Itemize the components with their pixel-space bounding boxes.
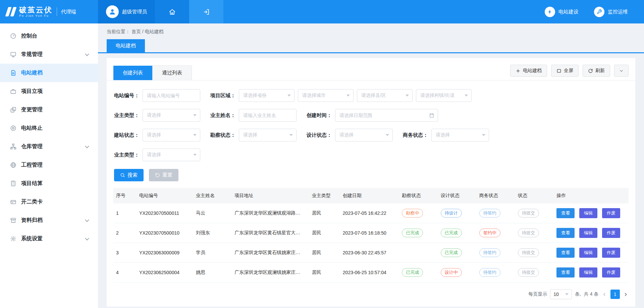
cell-business: 待签约	[477, 263, 515, 283]
owner-type-2-select[interactable]: 请选择	[143, 148, 200, 161]
edit-button[interactable]: 编辑	[579, 228, 597, 238]
unit-label: 条,	[575, 291, 581, 297]
build-status-select[interactable]: 请选择	[143, 129, 200, 141]
col-owner: 业主姓名	[193, 188, 232, 203]
fullscreen-icon	[556, 68, 561, 73]
design-status-select[interactable]: 请选择	[335, 129, 393, 141]
sidebar-item-station-archive[interactable]: 电站建档	[0, 64, 98, 82]
breadcrumb-home-link[interactable]: 首页	[131, 29, 141, 34]
date-range-picker[interactable]	[335, 109, 438, 122]
caret-down-icon	[193, 154, 197, 156]
view-button[interactable]: 查看	[556, 248, 575, 258]
portal-label: 代理端	[61, 9, 76, 15]
cell-business: 待签约	[477, 203, 515, 223]
sidebar-item-warehouse-mgmt[interactable]: 仓库管理	[0, 137, 98, 156]
void-button[interactable]: 作废	[602, 267, 620, 278]
reset-icon	[155, 173, 160, 178]
chevron-down-icon	[85, 52, 89, 56]
edit-button[interactable]: 编辑	[579, 267, 597, 278]
design-status-badge: 已完成	[441, 248, 462, 257]
page-tab-station-archive[interactable]: 电站建档	[107, 39, 145, 52]
sidebar-item-type2-card[interactable]: 开二类卡	[0, 193, 98, 211]
card-icon	[10, 199, 16, 205]
col-type: 业主类型	[309, 188, 340, 203]
cell-code: YX2023063000009	[137, 243, 193, 263]
sidebar-item-label: 项目结算	[21, 180, 43, 187]
sidebar-item-change-mgmt[interactable]: 变更管理	[0, 101, 98, 119]
owner-name-input[interactable]	[239, 109, 297, 122]
cell-no: 4	[113, 263, 137, 283]
col-date: 创建日期	[340, 188, 399, 203]
add-station-button[interactable]: 电站建档	[510, 65, 547, 77]
void-button[interactable]: 作废	[602, 208, 620, 218]
nav-monitor-ops[interactable]: 监控运维	[594, 7, 628, 17]
sidebar-item-project-init[interactable]: 项目立项	[0, 82, 98, 101]
caret-down-icon	[287, 95, 291, 97]
sidebar-item-data-archive[interactable]: 资料归档	[0, 211, 98, 230]
design-status-badge: 已完成	[441, 229, 462, 237]
search-icon	[120, 173, 125, 178]
search-button[interactable]: 搜索	[114, 169, 144, 181]
sidebar-item-console[interactable]: 控制台	[0, 27, 98, 45]
survey-status-badge: 勘察中	[402, 209, 423, 218]
business-status-select[interactable]: 请选择	[431, 129, 489, 141]
survey-status-select[interactable]: 请选择	[239, 129, 297, 141]
edit-button[interactable]: 编辑	[579, 248, 597, 258]
refresh-button[interactable]: 刷新	[583, 65, 610, 77]
col-design: 设计状态	[438, 188, 477, 203]
view-button[interactable]: 查看	[556, 267, 575, 278]
fullscreen-button[interactable]: 全屏	[551, 65, 579, 77]
city-select[interactable]: 请选择城市	[298, 89, 354, 102]
cell-address: 广东深圳龙华区观澜镇姚家庄…	[232, 263, 309, 283]
sidebar-item-label: 电站终止	[21, 125, 43, 132]
cell-type: 居民	[309, 263, 340, 283]
logo: 破茧云伏 Po Jian Yun Fu 代理端	[0, 0, 98, 23]
user-menu[interactable]: 超级管理员	[98, 0, 155, 23]
filter-survey-status: 勘察状态： 请选择	[210, 129, 297, 141]
sidebar-item-engineering-mgmt[interactable]: 工程管理	[0, 156, 98, 174]
void-button[interactable]: 作废	[602, 228, 620, 238]
view-button[interactable]: 查看	[556, 228, 575, 238]
collapse-filter-button[interactable]	[614, 65, 629, 77]
col-status: 状态	[515, 188, 554, 203]
province-select[interactable]: 请选择省份	[239, 89, 294, 102]
prev-page-button[interactable]: ‹	[601, 291, 607, 298]
home-button[interactable]	[155, 0, 189, 23]
owner-type-select[interactable]: 请选择	[143, 109, 200, 122]
caret-down-icon	[465, 95, 468, 97]
calculator-icon	[10, 180, 16, 187]
reset-button[interactable]: 重置	[149, 169, 178, 181]
cell-date: 2023-06-25 10:57:04	[340, 263, 399, 283]
cell-address: 广东深圳龙华区黄石镇星官大…	[232, 223, 309, 243]
void-button[interactable]: 作废	[602, 248, 620, 258]
sidebar-item-system-settings[interactable]: 系统设置	[0, 230, 98, 248]
main-content: 当前位置： 首页 / 电站建档 电站建档 创建列表 通过列表 电站建档	[98, 23, 644, 308]
caret-down-icon	[482, 134, 485, 136]
stations-table: 序号 电站编号 业主姓名 项目地址 业主类型 创建日期 勘察状态 设计状态 商务…	[113, 188, 629, 283]
submit-status-badge: 待提交	[518, 248, 539, 257]
next-page-button[interactable]: ›	[623, 291, 629, 298]
logout-button[interactable]	[189, 0, 223, 23]
business-status-badge: 待签约	[479, 209, 500, 218]
sidebar-item-station-terminate[interactable]: 电站终止	[0, 119, 98, 137]
date-range-input[interactable]	[339, 113, 429, 118]
town-select[interactable]: 请选择村镇/街道	[416, 89, 472, 102]
sidebar-item-general-mgmt[interactable]: 常规管理	[0, 45, 98, 64]
sidebar-item-label: 开二类卡	[21, 198, 43, 205]
cell-design: 设计中	[438, 263, 477, 283]
station-code-input[interactable]	[143, 89, 200, 102]
edit-button[interactable]: 编辑	[579, 208, 597, 218]
monitor-icon	[10, 51, 16, 58]
page-number-button[interactable]: 1	[610, 290, 620, 299]
tab-passed-list[interactable]: 通过列表	[152, 65, 192, 80]
cell-code: YX2023070500011	[137, 203, 193, 223]
tab-create-list[interactable]: 创建列表	[113, 66, 152, 80]
sidebar-item-label: 变更管理	[21, 106, 43, 113]
cell-ops: 查看 编辑 作废	[554, 263, 629, 283]
nav-station-build[interactable]: 电站建设	[545, 7, 579, 17]
sidebar-item-project-settlement[interactable]: 项目结算	[0, 174, 98, 193]
sitemap-icon	[10, 143, 16, 150]
per-page-select[interactable]: 10	[550, 289, 572, 299]
view-button[interactable]: 查看	[556, 208, 575, 218]
county-select[interactable]: 请选择县/区	[357, 89, 413, 102]
